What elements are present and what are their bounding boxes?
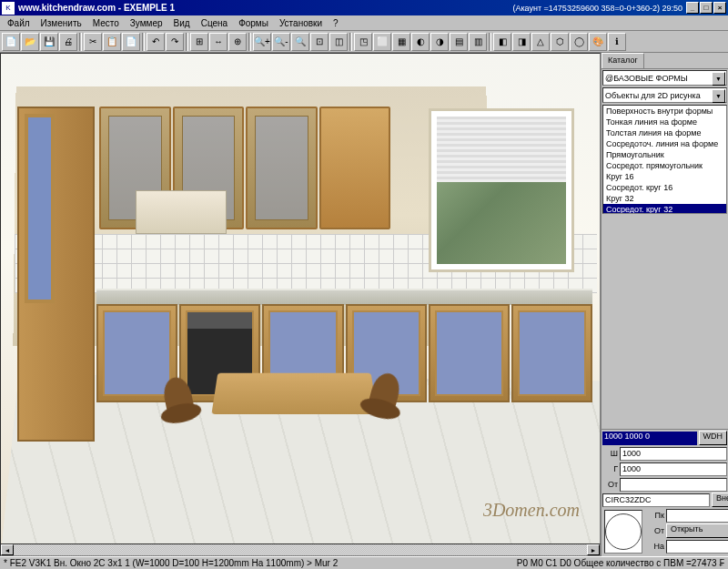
menu-вид[interactable]: Вид (168, 17, 196, 29)
range-hood[interactable] (136, 190, 227, 234)
account-info: (Акаунт =14753259600 358=0-0+360-2) 29:5… (512, 4, 682, 13)
countertop[interactable] (96, 289, 592, 305)
menu-?[interactable]: ? (328, 17, 344, 29)
toolbar-btn-8[interactable]: ↷ (166, 33, 184, 51)
toolbar: 📄📂💾🖨✂📋📄↶↷⊞↔⊕🔍+🔍-🔍⊡◫◳⬜▦◐◑▤▥◧◨△⬡◯🎨ℹ (0, 31, 728, 53)
toolbar-btn-1[interactable]: 📂 (21, 33, 39, 51)
list-item[interactable]: Сосредот. круг 16 (603, 182, 726, 193)
menu-установки[interactable]: Установки (274, 17, 328, 29)
list-item[interactable]: Сосредоточ. линия на форме (603, 138, 726, 149)
toolbar-btn-2[interactable]: 💾 (40, 33, 58, 51)
statusbar: * FE2 V3K1 Вн. Окно 2С 3х1 1 (W=1000 D=1… (0, 556, 728, 569)
kitchen-render (1, 54, 600, 555)
toolbar-btn-17[interactable]: ◳ (354, 33, 372, 51)
catalog-panel: Каталог @БАЗОВЫЕ ФОРМЫ Объекты для 2D ри… (601, 53, 728, 556)
window-object[interactable] (429, 108, 574, 272)
list-item[interactable]: Поверхность внутри формы (603, 106, 726, 117)
list-item[interactable]: Круг 32 (603, 193, 726, 204)
toolbar-btn-12[interactable]: 🔍+ (253, 33, 271, 51)
toolbar-btn-6[interactable]: 📄 (122, 33, 140, 51)
toolbar-btn-19[interactable]: ▦ (392, 33, 410, 51)
app-icon: K (2, 2, 15, 15)
horizontal-scrollbar[interactable]: ◄ ► (0, 544, 601, 556)
properties-panel: 1000 1000 0 WDH Ш Г От Внести (602, 429, 728, 556)
toolbar-btn-13[interactable]: 🔍- (272, 33, 290, 51)
scroll-left-icon[interactable]: ◄ (1, 544, 14, 555)
list-item[interactable]: Тонкая линия на форме (603, 117, 726, 127)
toolbar-btn-11[interactable]: ⊕ (228, 33, 247, 51)
list-item[interactable]: Круг 16 (603, 171, 726, 182)
toolbar-btn-23[interactable]: ▥ (469, 33, 487, 51)
pk-label: Пк (644, 511, 664, 520)
toolbar-btn-7[interactable]: ↶ (147, 33, 165, 51)
toolbar-btn-9[interactable]: ⊞ (190, 33, 208, 51)
toolbar-btn-16[interactable]: ◫ (329, 33, 348, 51)
list-item[interactable]: Сосредот. круг 32 (603, 204, 726, 214)
toolbar-btn-5[interactable]: 📋 (103, 33, 121, 51)
toolbar-btn-15[interactable]: ⊡ (310, 33, 329, 51)
toolbar-btn-4[interactable]: ✂ (84, 33, 102, 51)
tall-cabinet[interactable] (17, 107, 95, 442)
depth-input[interactable] (620, 462, 727, 476)
menu-сцена[interactable]: Сцена (196, 17, 233, 29)
toolbar-btn-0[interactable]: 📄 (2, 33, 20, 51)
menu-формы[interactable]: Формы (233, 17, 274, 29)
ot-label: От (644, 526, 664, 535)
toolbar-btn-27[interactable]: ⬡ (551, 33, 569, 51)
scroll-right-icon[interactable]: ► (587, 544, 600, 555)
open-button[interactable]: Открыть (666, 523, 728, 538)
menu-файл[interactable]: Файл (2, 17, 35, 29)
toolbar-btn-28[interactable]: ◯ (570, 33, 588, 51)
list-item[interactable]: Сосредот. прямоугольник (603, 160, 726, 171)
status-right: P0 M0 C1 D0 Общее количество с ПВМ =2747… (517, 558, 724, 568)
minimize-button[interactable]: _ (686, 2, 699, 14)
3d-viewport[interactable]: 3Domen.com (0, 53, 601, 556)
toolbar-btn-30[interactable]: ℹ (608, 33, 626, 51)
width-input[interactable] (620, 447, 727, 461)
toolbar-btn-18[interactable]: ⬜ (373, 33, 391, 51)
code-input[interactable] (602, 493, 710, 507)
toolbar-btn-3[interactable]: 🖨 (59, 33, 77, 51)
offset-input[interactable] (620, 478, 727, 492)
wdh-button[interactable]: WDH (699, 431, 728, 445)
list-item[interactable]: Прямоугольник (603, 149, 726, 160)
toolbar-btn-20[interactable]: ◐ (411, 33, 430, 51)
depth-label: Г (602, 464, 618, 473)
na-label: На (644, 542, 664, 551)
offset-label: От (602, 480, 618, 489)
na-input[interactable] (666, 540, 728, 554)
dining-table[interactable] (211, 373, 377, 414)
dims-header: 1000 1000 0 (602, 432, 697, 445)
menu-изменить[interactable]: Изменить (35, 17, 87, 29)
titlebar: K www.kitchendraw.com - EXEMPLE 1 (Акаун… (0, 0, 728, 15)
catalog-combo[interactable]: @БАЗОВЫЕ ФОРМЫ (602, 70, 727, 86)
toolbar-btn-25[interactable]: ◨ (512, 33, 531, 51)
tab-catalog[interactable]: Каталог (602, 53, 644, 68)
toolbar-btn-21[interactable]: ◑ (430, 33, 449, 51)
category-combo[interactable]: Объекты для 2D рисунка (602, 87, 727, 103)
shape-preview (604, 510, 642, 554)
toolbar-btn-29[interactable]: 🎨 (589, 33, 607, 51)
menubar: ФайлИзменитьМестоЗуммерВидСценаФормыУста… (0, 15, 728, 31)
width-label: Ш (602, 449, 618, 458)
toolbar-btn-24[interactable]: ◧ (493, 33, 511, 51)
shapes-listbox[interactable]: Поверхность внутри формыТонкая линия на … (602, 105, 727, 214)
toolbar-btn-10[interactable]: ↔ (209, 33, 228, 51)
toolbar-btn-26[interactable]: △ (531, 33, 550, 51)
menu-зуммер[interactable]: Зуммер (125, 17, 168, 29)
close-button[interactable]: × (713, 2, 726, 14)
toolbar-btn-22[interactable]: ▤ (450, 33, 468, 51)
menu-место[interactable]: Место (87, 17, 125, 29)
titlebar-text: www.kitchendraw.com - EXEMPLE 1 (18, 3, 175, 13)
pk-input[interactable] (666, 509, 728, 523)
watermark: 3Domen.com (483, 500, 580, 521)
insert-button[interactable]: Внести (712, 493, 728, 507)
maximize-button[interactable]: □ (700, 2, 713, 14)
status-left: * FE2 V3K1 Вн. Окно 2С 3х1 1 (W=1000 D=1… (4, 558, 338, 568)
toolbar-btn-14[interactable]: 🔍 (291, 33, 309, 51)
list-item[interactable]: Толстая линия на форме (603, 127, 726, 138)
